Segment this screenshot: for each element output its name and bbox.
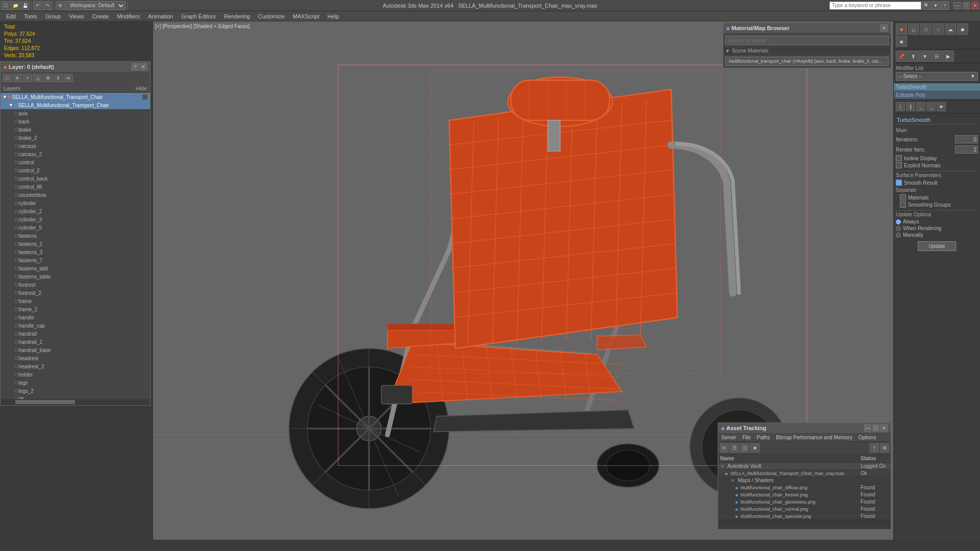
list-item[interactable]: □ control⋯ — [1, 158, 150, 166]
list-item[interactable]: □ handrail_2⋯ — [1, 338, 150, 346]
layers-panel-header[interactable]: ■ Layer: 0 (default) ? ✕ — [1, 62, 150, 72]
close-button[interactable]: ✕ — [972, 2, 979, 9]
list-item[interactable]: □ cylinder⋯ — [1, 199, 150, 207]
at-table-row[interactable]: ▼ Autodesk Vault Logged On — [718, 463, 891, 470]
modifier-list-dropdown[interactable]: -- Select -- ▼ — [896, 72, 978, 81]
search-options-icon[interactable]: ▼ — [932, 2, 940, 10]
at-close-button[interactable]: ✕ — [880, 424, 888, 432]
explicit-normals-checkbox[interactable] — [896, 162, 902, 168]
menu-customize[interactable]: Customize — [254, 12, 289, 20]
maximize-button[interactable]: ☐ — [963, 2, 970, 9]
at-restore-button[interactable]: ☐ — [872, 424, 879, 432]
list-item[interactable]: □ brake_2⋯ — [1, 134, 150, 142]
at-table-row[interactable]: ■ Multifunctional_chair_normal.png Found — [718, 506, 891, 513]
material-browser-header[interactable]: ■ Material/Map Browser ✕ — [723, 23, 891, 34]
layer-checkbox-main[interactable] — [142, 94, 148, 100]
mp-icon-5[interactable]: ■ — [937, 102, 946, 111]
at-table-icon[interactable]: ■ — [750, 443, 760, 453]
at-table-row[interactable]: ■ Multifunctional_chair_fresnel.png Foun… — [718, 491, 891, 498]
layer-settings-icon[interactable]: ⚙ — [43, 74, 53, 82]
search-button[interactable]: 🔍 — [922, 2, 930, 10]
list-item[interactable]: □ frame_2⋯ — [1, 305, 150, 313]
redo-icon[interactable]: ↷ — [43, 1, 52, 10]
list-item[interactable]: □ control_back⋯ — [1, 174, 150, 183]
list-item[interactable]: □ handle_cap⋯ — [1, 321, 150, 330]
mp-icon-1[interactable]: | — [896, 102, 905, 111]
list-item[interactable]: □ carcass⋯ — [1, 142, 150, 150]
layers-help-button[interactable]: ? — [132, 63, 139, 70]
save-icon[interactable]: 💾 — [20, 1, 30, 10]
smooth-result-checkbox[interactable] — [896, 180, 902, 186]
viewport-area[interactable]: [+] [Perspective] [Shaded + Edged Faces] — [153, 21, 893, 540]
open-file-icon[interactable]: 📁 — [11, 1, 20, 10]
menu-maxscript[interactable]: MAXScript — [289, 12, 324, 20]
rp-icon-7[interactable]: ■ — [896, 36, 907, 47]
material-search-input[interactable] — [725, 36, 889, 45]
mp-icon-2[interactable]: ∥ — [906, 102, 915, 111]
rp-icon-1[interactable]: ■ — [896, 23, 907, 35]
menu-graph-editors[interactable]: Graph Editors — [177, 12, 220, 20]
list-item[interactable]: □ counterblow⋯ — [1, 191, 150, 199]
mp-icon-3[interactable]: ⎯ — [916, 102, 925, 111]
menu-edit[interactable]: Edit — [2, 12, 20, 20]
rp-icon-5[interactable]: ☁ — [945, 23, 956, 35]
rp-icon-6[interactable]: ◆ — [957, 23, 968, 35]
select-objects-icon[interactable]: △ — [33, 74, 42, 82]
list-item[interactable]: □ legs_2⋯ — [1, 387, 150, 395]
rp-pin-icon[interactable]: 📌 — [896, 51, 907, 62]
rp-select-icon[interactable]: ⬆ — [908, 51, 919, 62]
list-item[interactable]: □ cylinder_2⋯ — [1, 207, 150, 215]
list-item[interactable]: □ holder⋯ — [1, 370, 150, 379]
menu-modifiers[interactable]: Modifiers — [113, 12, 144, 20]
new-file-icon[interactable]: ☐ — [1, 1, 10, 10]
list-item[interactable]: □ headrest_2⋯ — [1, 362, 150, 370]
undo-icon[interactable]: ↶ — [33, 1, 42, 10]
at-table-row[interactable]: ■ Multifunctional_chair_diffuse.png Foun… — [718, 484, 891, 491]
when-rendering-radio[interactable] — [896, 226, 901, 231]
list-item[interactable]: □ fasterns_3⋯ — [1, 248, 150, 256]
menu-rendering[interactable]: Rendering — [220, 12, 254, 20]
settings-icon[interactable]: ⚙ — [56, 1, 65, 10]
material-browser-close[interactable]: ✕ — [880, 24, 888, 32]
at-table-row[interactable]: ▼ Maps / Shaders — [718, 477, 891, 484]
isoline-checkbox[interactable] — [896, 155, 902, 161]
list-item[interactable]: □ control_2⋯ — [1, 166, 150, 174]
layer-item-main[interactable]: ▼ ■ SELLA_Multifunctional_Transport_Chai… — [1, 93, 150, 101]
list-item[interactable]: □ fasterns_tabl⋯ — [1, 264, 150, 272]
at-table-row[interactable]: ■ SELLA_Multifunctional_Transport_Chair_… — [718, 470, 891, 477]
menu-group[interactable]: Group — [41, 12, 65, 20]
collapse-icon[interactable]: ⇔ — [64, 74, 73, 82]
list-item[interactable]: □ cylinder_5⋯ — [1, 223, 150, 232]
asset-tracking-header[interactable]: ■ Asset Tracking — ☐ ✕ — [718, 423, 891, 434]
at-settings-icon[interactable]: ⚙ — [880, 443, 889, 453]
list-item[interactable]: □ frame⋯ — [1, 297, 150, 305]
always-radio[interactable] — [896, 219, 901, 224]
list-item[interactable]: □ axis⋯ — [1, 109, 150, 117]
list-item[interactable]: □ brake⋯ — [1, 126, 150, 134]
material-item[interactable]: Multifunctional_transport_chair (VRayMtl… — [723, 55, 891, 68]
list-item[interactable]: □ handrail_base⋯ — [1, 346, 150, 354]
workspace-dropdown[interactable]: Workspace: Default — [65, 1, 126, 10]
add-to-layer-icon[interactable]: + — [23, 74, 32, 82]
at-table-row[interactable]: ■ Multifunctional_chair_specular.png Fou… — [718, 513, 891, 520]
list-item[interactable]: □ fasterns⋯ — [1, 232, 150, 240]
rp-layers-icon[interactable]: ☵ — [931, 51, 942, 62]
at-grid-icon[interactable]: ◫ — [740, 443, 749, 453]
menu-tools[interactable]: Tools — [20, 12, 41, 20]
list-item[interactable]: □ fasterns_2⋯ — [1, 240, 150, 248]
rp-icon-3[interactable]: □ — [920, 23, 932, 35]
list-item[interactable]: □ carcass_2⋯ — [1, 150, 150, 158]
menu-create[interactable]: Create — [88, 12, 113, 20]
minimize-button[interactable]: — — [953, 2, 961, 9]
rp-icon-2[interactable]: △ — [908, 23, 919, 35]
at-refresh-icon[interactable]: ↻ — [720, 443, 729, 453]
rp-icon-4[interactable]: ○ — [933, 23, 944, 35]
smoothing-groups-checkbox[interactable] — [900, 202, 906, 208]
rp-filter-icon[interactable]: ▼ — [919, 51, 930, 62]
list-item[interactable]: □ headrest⋯ — [1, 354, 150, 362]
list-item[interactable]: □ back⋯ — [1, 117, 150, 126]
at-menu-paths[interactable]: Paths — [754, 434, 773, 441]
modifier-editable-poly[interactable]: Editable Poly — [894, 91, 980, 99]
at-menu-bitmap[interactable]: Bitmap Performance and Memory — [773, 434, 855, 441]
expand-icon[interactable]: ⇕ — [54, 74, 63, 82]
